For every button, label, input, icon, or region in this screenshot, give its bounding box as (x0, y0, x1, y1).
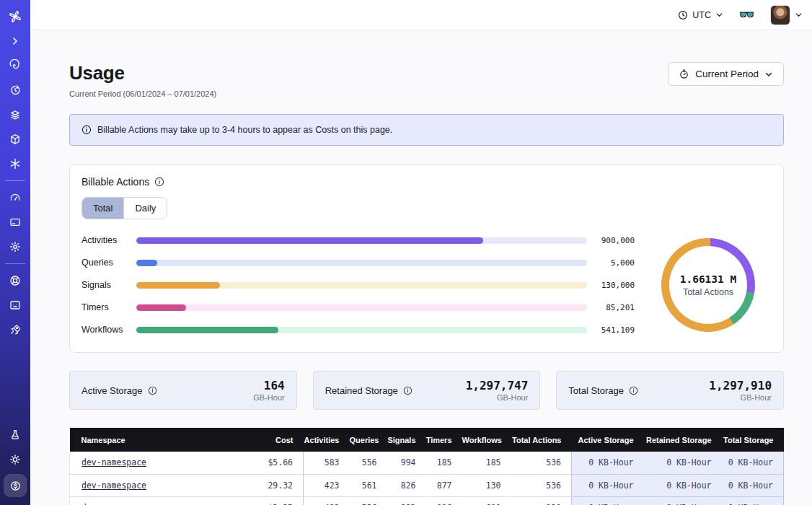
bar-track (136, 237, 587, 244)
chevron-down-icon (795, 11, 803, 19)
schedules-retry-clock-icon[interactable] (0, 78, 30, 102)
table-header-row: NamespaceCostActivitiesQueriesSignalsTim… (70, 428, 784, 452)
usage-coin-icon (4, 475, 26, 496)
namespaces-cube-icon[interactable] (0, 127, 30, 152)
clock-icon (678, 10, 688, 20)
info-icon (81, 125, 92, 135)
info-banner: Billable Actions may take up to 3-4 hour… (69, 114, 784, 146)
settings-gear-icon[interactable] (0, 234, 30, 259)
chevron-down-icon (764, 70, 773, 79)
bar-track (136, 304, 587, 311)
bar-label: Timers (81, 302, 136, 312)
bar-row: Signals 130,000 (81, 280, 635, 290)
donut-total-value: 1.66131 M (680, 273, 737, 285)
temporal-logo-icon[interactable] (0, 4, 30, 29)
storage-card: Total Storage 1,297,910 GB-Hour (556, 371, 784, 410)
sidebar-divider (5, 180, 25, 181)
bar-value: 541,109 (587, 325, 635, 335)
storage-card-value: 164 (253, 379, 284, 392)
app-window: UTC Usage Current Period (06/01/2024 – 0… (0, 0, 812, 505)
info-icon[interactable] (403, 386, 412, 395)
sidebar-divider (5, 263, 25, 264)
terminal-monitor-icon[interactable] (0, 293, 30, 317)
user-menu[interactable] (770, 5, 803, 25)
storage-card-value: 1,297,747 (466, 379, 529, 392)
period-dropdown-button[interactable]: Current Period (668, 62, 784, 86)
avatar (770, 5, 790, 25)
bar-fill (136, 304, 186, 311)
page-subtitle: Current Period (06/01/2024 – 07/01/2024) (69, 89, 216, 98)
workflows-spiral-icon[interactable] (0, 53, 30, 78)
chevron-down-icon (715, 11, 723, 19)
column-header: Active Storage (572, 428, 644, 452)
column-header: Queries (350, 428, 387, 452)
bar-row: Activities 900,000 (81, 235, 635, 245)
page-title: Usage (69, 62, 216, 84)
table-body: dev-namespace$5.665835569941851855360 KB… (70, 452, 784, 505)
namespace-link[interactable]: dev-namespace (81, 503, 146, 505)
sidebar-expand-chevron-right-icon[interactable] (0, 29, 30, 53)
main-area: UTC Usage Current Period (06/01/2024 – 0… (30, 0, 812, 505)
bar-fill (136, 237, 483, 244)
bar-track (136, 282, 587, 289)
storage-card: Retained Storage 1,297,747 GB-Hour (313, 371, 541, 410)
table-row: dev-namespace$3.354925368838166001300 KB… (70, 496, 784, 505)
storage-card-unit: GB-Hour (709, 393, 772, 402)
bar-label: Workflows (81, 325, 136, 335)
support-lifebuoy-icon[interactable] (0, 268, 30, 293)
bar-label: Queries (81, 258, 136, 268)
bar-row: Queries 5,000 (81, 258, 635, 268)
layers-stack-icon[interactable] (0, 102, 30, 127)
table-row: dev-namespace$5.665835569941851855360 KB… (70, 452, 784, 474)
namespace-link[interactable]: dev-namespace (81, 457, 146, 467)
column-header: Cost (231, 428, 304, 452)
timezone-label: UTC (692, 10, 711, 20)
theme-sun-icon[interactable] (0, 447, 30, 472)
info-icon[interactable] (629, 386, 638, 395)
storage-card-value: 1,297,910 (709, 379, 772, 392)
bar-value: 85,201 (587, 303, 635, 312)
tab-total[interactable]: Total (82, 198, 123, 219)
bar-track (136, 327, 587, 333)
bar-value: 900,000 (587, 236, 635, 245)
info-icon[interactable] (148, 386, 157, 395)
donut-caption: Total Actions (683, 287, 733, 297)
column-header: Timers (426, 428, 462, 452)
column-header: Activities (304, 428, 350, 452)
bar-row: Workflows 541,109 (81, 325, 635, 335)
column-header: Signals (387, 428, 426, 452)
lab-flask-icon[interactable] (0, 423, 30, 447)
tab-daily[interactable]: Daily (123, 198, 167, 219)
bar-fill (136, 282, 220, 289)
bar-row: Timers 85,201 (81, 302, 635, 312)
period-button-label: Current Period (695, 69, 759, 79)
bar-chart: Activities 900,000 Queries 5,000 Signals… (81, 235, 635, 335)
column-header: Total Actions (511, 428, 572, 452)
banner-text: Billable Actions may take up to 3-4 hour… (97, 125, 392, 135)
bar-track (136, 260, 587, 266)
storage-card-unit: GB-Hour (466, 393, 529, 402)
storage-card-label: Retained Storage (325, 385, 398, 396)
rocket-icon[interactable] (0, 317, 30, 342)
billing-card-icon[interactable] (0, 210, 30, 234)
usage-gauge-icon[interactable] (0, 185, 30, 210)
donut-chart: 1.66131 M Total Actions (661, 238, 755, 332)
storage-card: Active Storage 164 GB-Hour (69, 371, 297, 410)
nexus-asterisk-icon[interactable] (0, 152, 30, 176)
column-header: Total Storage (722, 428, 784, 452)
storage-cards: Active Storage 164 GB-Hour Retained Stor… (69, 371, 784, 410)
namespace-table: NamespaceCostActivitiesQueriesSignalsTim… (69, 428, 784, 505)
storage-card-label: Active Storage (81, 385, 143, 396)
stopwatch-icon (679, 69, 689, 79)
bar-label: Activities (81, 235, 136, 245)
table-row: dev-namespace29.324235618268771305360 KB… (70, 474, 784, 496)
namespace-link[interactable]: dev-namespace (81, 480, 146, 491)
bar-fill (136, 327, 278, 333)
sunglasses-icon[interactable] (739, 10, 754, 20)
sidebar (0, 0, 30, 505)
storage-card-unit: GB-Hour (253, 393, 284, 402)
info-icon[interactable] (154, 177, 164, 187)
usage-coin-item[interactable] (0, 472, 30, 499)
total-daily-toggle: Total Daily (81, 197, 167, 219)
timezone-selector[interactable]: UTC (678, 10, 723, 20)
